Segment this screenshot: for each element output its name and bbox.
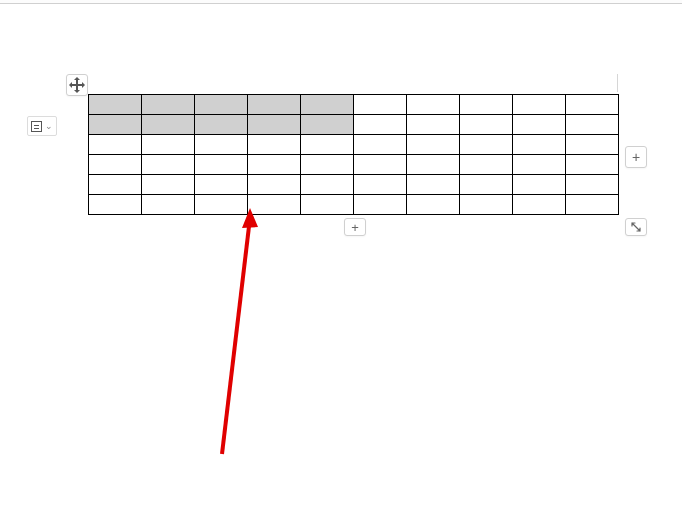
table-cell[interactable]: [89, 175, 142, 195]
table-cell[interactable]: [407, 175, 460, 195]
table-row: [89, 135, 619, 155]
table[interactable]: [88, 94, 619, 215]
annotation-arrow: [200, 204, 320, 464]
layout-icon: [31, 121, 42, 132]
table-cell[interactable]: [301, 115, 354, 135]
table-cell[interactable]: [195, 195, 248, 215]
table-cell[interactable]: [301, 195, 354, 215]
table-cell[interactable]: [460, 135, 513, 155]
table-cell[interactable]: [566, 95, 619, 115]
table-cell[interactable]: [513, 175, 566, 195]
table-cell[interactable]: [248, 195, 301, 215]
table-cell[interactable]: [513, 95, 566, 115]
table-cell[interactable]: [248, 95, 301, 115]
table-cell[interactable]: [566, 135, 619, 155]
table-cell[interactable]: [301, 175, 354, 195]
table-cell[interactable]: [407, 135, 460, 155]
table-row: [89, 175, 619, 195]
table-cell[interactable]: [460, 155, 513, 175]
table-cell[interactable]: [354, 115, 407, 135]
table-cell[interactable]: [460, 195, 513, 215]
table-row: [89, 155, 619, 175]
table-cell[interactable]: [248, 115, 301, 135]
table-cell[interactable]: [248, 155, 301, 175]
table-cell[interactable]: [248, 135, 301, 155]
table-row: [89, 195, 619, 215]
table-cell[interactable]: [407, 155, 460, 175]
table-cell[interactable]: [407, 95, 460, 115]
table-move-handle[interactable]: [66, 74, 88, 96]
table-layout-options-button[interactable]: ⌄: [27, 116, 57, 136]
table-cell[interactable]: [142, 155, 195, 175]
table-cell[interactable]: [301, 135, 354, 155]
table-cell[interactable]: [566, 155, 619, 175]
table-cell[interactable]: [566, 195, 619, 215]
table-cell[interactable]: [513, 135, 566, 155]
table-cell[interactable]: [142, 175, 195, 195]
table-cell[interactable]: [354, 95, 407, 115]
table-cell[interactable]: [513, 115, 566, 135]
table-cell[interactable]: [460, 115, 513, 135]
table-cell[interactable]: [460, 175, 513, 195]
table-cell[interactable]: [195, 95, 248, 115]
table-cell[interactable]: [566, 175, 619, 195]
table-cell[interactable]: [89, 95, 142, 115]
table-cell[interactable]: [354, 175, 407, 195]
table-cell[interactable]: [89, 115, 142, 135]
table-cell[interactable]: [407, 195, 460, 215]
table-cell[interactable]: [142, 195, 195, 215]
table-top-indicator: [88, 74, 618, 92]
table-cell[interactable]: [354, 135, 407, 155]
plus-icon: +: [351, 220, 359, 235]
table-cell[interactable]: [354, 155, 407, 175]
table-cell[interactable]: [142, 135, 195, 155]
table-cell[interactable]: [248, 175, 301, 195]
table-row: [89, 115, 619, 135]
table-cell[interactable]: [195, 135, 248, 155]
table-cell[interactable]: [195, 175, 248, 195]
table-container: [88, 94, 619, 215]
move-icon: [70, 78, 84, 92]
table-cell[interactable]: [195, 155, 248, 175]
table-cell[interactable]: [195, 115, 248, 135]
table-cell[interactable]: [301, 95, 354, 115]
table-cell[interactable]: [142, 95, 195, 115]
table-cell[interactable]: [513, 195, 566, 215]
document-canvas[interactable]: ⌄ + +: [0, 4, 682, 527]
table-cell[interactable]: [142, 115, 195, 135]
table-cell[interactable]: [89, 135, 142, 155]
table-cell[interactable]: [301, 155, 354, 175]
add-column-button[interactable]: +: [625, 146, 647, 168]
table-cell[interactable]: [354, 195, 407, 215]
table-cell[interactable]: [89, 195, 142, 215]
table-cell[interactable]: [460, 95, 513, 115]
resize-diagonal-icon: [630, 221, 642, 233]
add-row-button[interactable]: +: [344, 218, 366, 236]
table-cell[interactable]: [89, 155, 142, 175]
table-cell[interactable]: [566, 115, 619, 135]
table-resize-handle[interactable]: [625, 218, 647, 236]
table-row: [89, 95, 619, 115]
chevron-down-icon: ⌄: [45, 122, 53, 131]
table-cell[interactable]: [513, 155, 566, 175]
table-cell[interactable]: [407, 115, 460, 135]
plus-icon: +: [632, 149, 640, 165]
